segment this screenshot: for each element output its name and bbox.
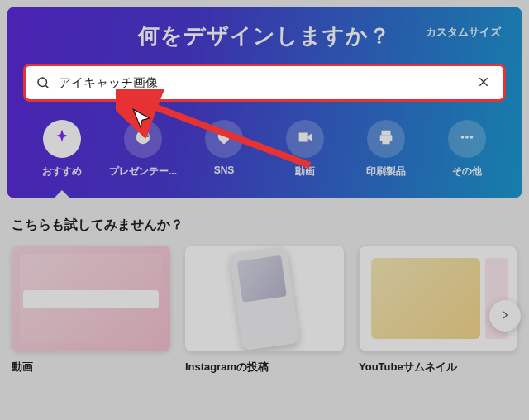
suggestion-thumb	[185, 246, 344, 351]
category-pill	[286, 120, 324, 158]
dots-icon	[458, 128, 476, 150]
category-print[interactable]: 印刷製品	[350, 120, 422, 179]
category-label: 動画	[295, 165, 315, 179]
suggestion-label: YouTubeサムネイル	[359, 360, 517, 375]
category-recommended[interactable]: おすすめ	[26, 120, 98, 179]
suggestion-thumb	[359, 246, 517, 351]
chevron-right-icon	[499, 309, 511, 323]
chart-icon	[134, 128, 152, 150]
search-input[interactable]	[59, 76, 464, 90]
suggestions-title: こちらも試してみませんか？	[12, 217, 517, 234]
category-presentation[interactable]: プレゼンテー...	[107, 120, 179, 179]
suggestion-thumb	[12, 246, 170, 351]
category-label: SNS	[214, 165, 235, 176]
suggestions-section: こちらも試してみませんか？ 動画Instagramの投稿YouTubeサムネイル	[0, 198, 529, 383]
printer-icon	[377, 128, 395, 150]
svg-point-7	[461, 136, 465, 139]
category-pill	[205, 120, 243, 158]
category-label: 印刷製品	[366, 165, 406, 179]
search-icon	[36, 75, 50, 90]
search-bar[interactable]	[23, 64, 506, 102]
heart-icon	[215, 128, 233, 150]
svg-rect-6	[382, 139, 389, 144]
video-icon	[296, 128, 314, 150]
category-video[interactable]: 動画	[269, 120, 341, 179]
scroll-right-button[interactable]	[489, 300, 521, 332]
clear-search-button[interactable]	[472, 71, 495, 94]
close-icon	[477, 75, 490, 91]
suggestion-card-row: 動画Instagramの投稿YouTubeサムネイル	[12, 246, 517, 375]
category-pill	[43, 120, 81, 158]
category-pill	[367, 120, 405, 158]
hero-title: 何をデザインしますか？	[138, 21, 391, 50]
svg-point-8	[465, 136, 469, 139]
category-label: おすすめ	[42, 165, 82, 179]
suggestion-label: Instagramの投稿	[185, 360, 344, 375]
svg-point-9	[470, 136, 474, 139]
suggestion-label: 動画	[12, 360, 170, 375]
category-label: その他	[452, 165, 482, 179]
category-sns[interactable]: SNS	[188, 120, 260, 179]
svg-line-1	[45, 85, 48, 88]
category-label: プレゼンテー...	[109, 165, 177, 179]
custom-size-button[interactable]: カスタムサイズ	[426, 25, 501, 40]
sparkle-icon	[53, 128, 71, 150]
svg-point-0	[38, 78, 47, 87]
category-pill	[448, 120, 486, 158]
category-more[interactable]: その他	[431, 120, 503, 179]
suggestion-card-video[interactable]: 動画	[12, 246, 170, 375]
category-pill	[124, 120, 162, 158]
category-row: おすすめプレゼンテー...SNS動画印刷製品その他	[23, 120, 506, 179]
hero-banner: 何をデザインしますか？ カスタムサイズ おすすめプレゼンテー...SNS動画印刷…	[7, 7, 522, 198]
suggestion-card-instagram[interactable]: Instagramの投稿	[185, 246, 344, 375]
